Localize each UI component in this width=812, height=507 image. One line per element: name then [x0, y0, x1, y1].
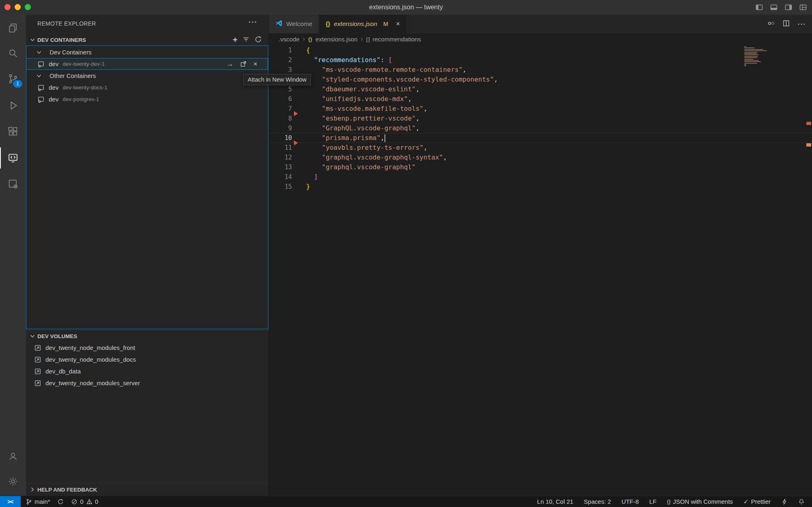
code-area[interactable]: 1{2 "recommendations": [3 "ms-vscode-rem…	[269, 45, 812, 496]
tree-group-dev-containers[interactable]: Dev Containers	[26, 46, 268, 58]
code-lines: 1{2 "recommendations": [3 "ms-vscode-rem…	[269, 45, 812, 192]
eol-item[interactable]: LF	[649, 498, 657, 505]
tree-group-other-containers[interactable]: Other Containers	[26, 70, 268, 82]
code-text: "recommendations": [	[306, 55, 392, 65]
volume-item[interactable]: dev_twenty_node_modules_server	[26, 377, 268, 389]
line-number[interactable]: 3	[269, 65, 292, 75]
accounts-icon[interactable]	[0, 446, 26, 467]
tree-item-dev-postgres[interactable]: dev dev-postgres-1	[26, 93, 268, 105]
code-line[interactable]: 1{	[269, 45, 812, 55]
volume-icon	[34, 344, 41, 352]
code-line[interactable]: 14 ]	[269, 172, 812, 182]
line-number[interactable]: 8	[269, 114, 292, 123]
line-number[interactable]: 12	[269, 153, 292, 162]
code-text: "ms-vscode-remote.remote-containers",	[306, 65, 466, 75]
code-line[interactable]: 13 "graphql.vscode-graphql"	[269, 162, 812, 172]
language-mode-item[interactable]: {} JSON with Comments	[667, 498, 733, 505]
more-actions-icon[interactable]: ⋯	[248, 17, 257, 27]
volume-name: dev_twenty_node_modules_docs	[45, 356, 136, 363]
toggle-secondary-sidebar-icon[interactable]	[784, 3, 793, 11]
volume-item[interactable]: dev_twenty_node_modules_docs	[26, 354, 268, 365]
formatter-item[interactable]: ✓ Prettier	[743, 498, 771, 505]
remote-explorer-icon[interactable]	[0, 147, 26, 168]
search-icon[interactable]	[0, 43, 26, 64]
line-number[interactable]: 15	[269, 182, 292, 192]
code-line[interactable]: 10 "prisma.prisma",	[269, 133, 812, 143]
line-number[interactable]: 11	[269, 143, 292, 153]
split-editor-icon[interactable]	[782, 19, 790, 29]
customize-layout-icon[interactable]	[799, 3, 807, 11]
line-number[interactable]: 6	[269, 94, 292, 104]
line-number[interactable]: 14	[269, 172, 292, 182]
container-name: dev	[49, 96, 58, 103]
toggle-primary-sidebar-icon[interactable]	[755, 3, 763, 11]
line-number[interactable]: 7	[269, 104, 292, 114]
volume-item[interactable]: dev_db_data	[26, 365, 268, 377]
explorer-icon[interactable]	[0, 17, 26, 39]
tab-extensions-json[interactable]: {} extensions.json M ×	[319, 15, 407, 33]
dev-volumes-section-header[interactable]: DEV VOLUMES	[26, 330, 268, 342]
open-changes-icon[interactable]	[767, 19, 775, 29]
line-number[interactable]: 10	[269, 133, 292, 143]
tree-item-dev-twenty-docs[interactable]: dev dev-twenty-docs-1	[26, 82, 268, 93]
source-control-icon[interactable]: 1	[0, 68, 26, 89]
add-container-icon[interactable]: +	[233, 36, 238, 44]
code-line[interactable]: 8 "esbenp.prettier-vscode",	[269, 114, 812, 123]
stop-container-icon[interactable]: ×	[253, 60, 257, 67]
minimap-line	[744, 60, 759, 61]
feedback-icon[interactable]	[781, 498, 788, 505]
attach-container-icon[interactable]: →	[227, 60, 233, 67]
volume-icon	[34, 380, 41, 387]
remote-indicator[interactable]: ><	[0, 496, 21, 507]
breadcrumb-folder[interactable]: .vscode	[279, 36, 300, 43]
tab-welcome[interactable]: Welcome	[269, 15, 319, 33]
code-line[interactable]: 12 "graphql.vscode-graphql-syntax",	[269, 153, 812, 162]
toggle-panel-icon[interactable]	[770, 3, 778, 11]
code-line[interactable]: 5 "dbaeumer.vscode-eslint",	[269, 84, 812, 94]
help-and-feedback-section-header[interactable]: HELP AND FEEDBACK	[26, 483, 268, 495]
container-description: dev-twenty-docs-1	[63, 84, 107, 91]
code-line[interactable]: 9 "GraphQL.vscode-graphql",	[269, 123, 812, 133]
code-line[interactable]: 11 "yoavbls.pretty-ts-errors",	[269, 143, 812, 153]
line-number[interactable]: 1	[269, 45, 292, 55]
problems-item[interactable]: 0 0	[71, 498, 98, 505]
notifications-bell-icon[interactable]	[798, 498, 805, 505]
code-line[interactable]: 3 "ms-vscode-remote.remote-containers",	[269, 65, 812, 75]
volume-icon	[34, 356, 41, 363]
code-text: "unifiedjs.vscode-mdx",	[306, 94, 412, 104]
volume-item[interactable]: dev_twenty_node_modules_front	[26, 342, 268, 354]
minimap[interactable]	[744, 46, 768, 67]
settings-gear-icon[interactable]	[0, 471, 26, 492]
filter-icon[interactable]	[242, 36, 250, 44]
attach-new-window-icon[interactable]	[240, 60, 247, 67]
code-text: }	[306, 182, 310, 192]
code-line[interactable]: 4 "styled-components.vscode-styled-compo…	[269, 75, 812, 84]
line-number[interactable]: 13	[269, 162, 292, 172]
volume-name: dev_db_data	[45, 368, 81, 375]
code-line[interactable]: 7 "ms-vscode.makefile-tools",	[269, 104, 812, 114]
git-branch-item[interactable]: main*	[26, 498, 50, 505]
sync-changes-item[interactable]	[57, 498, 64, 505]
cursor-position-item[interactable]: Ln 10, Col 21	[537, 498, 573, 505]
indentation-item[interactable]: Spaces: 2	[584, 498, 611, 505]
line-number[interactable]: 9	[269, 123, 292, 133]
code-line[interactable]: 2 "recommendations": [	[269, 55, 812, 65]
chevron-separator-icon: ›	[303, 35, 305, 43]
line-number[interactable]: 5	[269, 84, 292, 94]
encoding-item[interactable]: UTF-8	[622, 498, 639, 505]
line-number[interactable]: 2	[269, 55, 292, 65]
breadcrumb-symbol[interactable]: recommendations	[373, 36, 421, 43]
dev-containers-section-header[interactable]: DEV CONTAINERS +	[26, 34, 268, 45]
code-line[interactable]: 15}	[269, 182, 812, 192]
close-tab-icon[interactable]: ×	[396, 20, 400, 28]
extensions-icon[interactable]	[0, 121, 26, 142]
breadcrumb-file[interactable]: extensions.json	[315, 36, 357, 43]
more-actions-icon[interactable]: ⋯	[797, 20, 806, 28]
refresh-icon[interactable]	[255, 36, 262, 44]
code-line[interactable]: 6 "unifiedjs.vscode-mdx",	[269, 94, 812, 104]
containers-icon[interactable]	[0, 173, 26, 194]
json-file-icon: {}	[308, 36, 312, 42]
run-and-debug-icon[interactable]	[0, 95, 26, 116]
tree-item-dev-twenty-dev[interactable]: dev dev-twenty-dev-1 → ×	[26, 58, 268, 70]
minimap-line	[744, 59, 754, 60]
